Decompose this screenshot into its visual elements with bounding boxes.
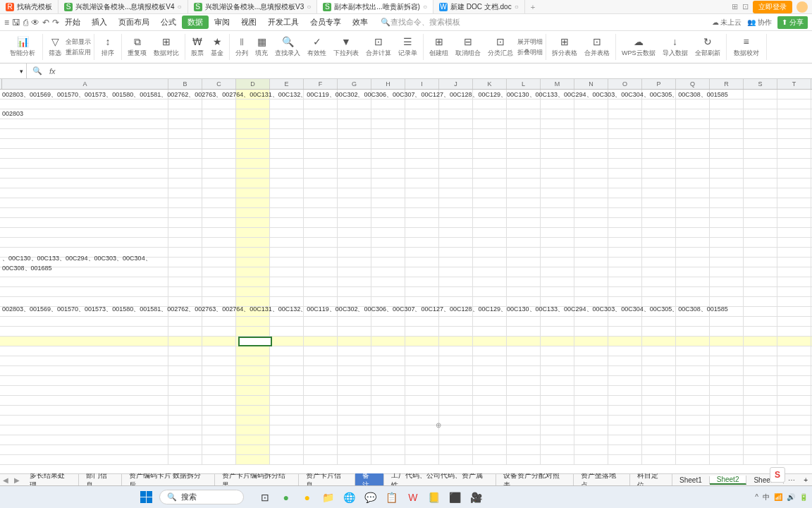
tab-doc3[interactable]: S副本副本找出...唯贵新拆容)○ [317, 0, 433, 13]
ribbon-fund[interactable]: ★基金 [208, 36, 226, 58]
ribbon-findinput[interactable]: 🔍查找录入 [272, 36, 303, 58]
undo-icon[interactable]: ↶ [42, 18, 49, 28]
col-header-c[interactable]: C [202, 79, 236, 89]
ribbon-stock[interactable]: ₩股票 [188, 36, 207, 58]
ribbon-record[interactable]: ☰记录单 [395, 36, 420, 58]
sheet-nav-next[interactable]: ▶ [11, 476, 23, 484]
menu-formula[interactable]: 公式 [155, 17, 182, 28]
task-icon[interactable]: ● [278, 489, 295, 506]
ribbon-cloud[interactable]: ☁WPS云数据 [619, 36, 658, 58]
ribbon-import[interactable]: ↓导入数据 [660, 36, 691, 58]
col-header-d[interactable]: D [236, 79, 270, 89]
login-button[interactable]: 立即登录 [753, 1, 792, 13]
ribbon-expand[interactable]: 展开明细 [517, 37, 543, 47]
preview-icon[interactable]: 👁 [31, 18, 39, 28]
task-icon[interactable]: 💬 [362, 489, 379, 506]
redo-icon[interactable]: ↷ [52, 18, 59, 28]
ribbon-splittable[interactable]: ⊞拆分表格 [549, 36, 580, 58]
col-header-t[interactable]: T [777, 79, 811, 89]
col-header-q[interactable]: Q [676, 79, 710, 89]
grid-body[interactable]: 002803、001569、001570、001573、001580、00158… [0, 90, 812, 473]
col-header-o[interactable]: O [608, 79, 642, 89]
task-icon[interactable]: 📒 [426, 489, 443, 506]
col-header-e[interactable]: E [270, 79, 304, 89]
ribbon-mergetable[interactable]: ⊡合并表格 [582, 36, 613, 58]
ribbon-refresh[interactable]: ↻全部刷新 [692, 36, 723, 58]
menu-view[interactable]: 视图 [235, 17, 262, 28]
ime-indicator[interactable]: S [770, 467, 785, 483]
ribbon-group-create[interactable]: ⊞创建组 [426, 36, 451, 58]
ribbon-validity[interactable]: ✓有效性 [304, 36, 329, 58]
tray-battery[interactable]: 🔋 [799, 493, 808, 501]
tab-doc4[interactable]: W新建 DOC 文档.doc○ [433, 0, 525, 13]
tray-wifi[interactable]: 📶 [774, 493, 782, 501]
command-search[interactable]: 🔍 查找命令、搜索模板 [381, 17, 460, 28]
col-header-l[interactable]: L [507, 79, 541, 89]
col-header-j[interactable]: J [439, 79, 473, 89]
menu-data[interactable]: 数据 [182, 16, 209, 29]
sheet-nav-prev[interactable]: ◀ [0, 476, 11, 484]
task-icon[interactable]: ⬛ [447, 489, 464, 506]
menu-layout[interactable]: 页面布局 [113, 17, 155, 28]
ribbon-subtotal[interactable]: ⊡分类汇总 [485, 36, 516, 58]
ribbon-group-cancel[interactable]: ⊟取消组合 [453, 36, 484, 58]
sheet-tab[interactable]: Sheet1 [672, 476, 710, 484]
ribbon-fill[interactable]: ▦填充 [252, 36, 271, 58]
tab-doc1[interactable]: S兴凯湖设备模块...息填报模板V4○ [59, 0, 188, 13]
ribbon-collapse[interactable]: 折叠明细 [517, 48, 543, 57]
menu-member[interactable]: 会员专享 [304, 17, 347, 28]
grid-icon[interactable]: ⊞ [732, 2, 738, 11]
tray-expand[interactable]: ^ [755, 493, 758, 501]
task-icon[interactable]: 🎥 [468, 489, 485, 506]
taskbar-search[interactable]: 🔍搜索 [159, 490, 244, 504]
apps-icon[interactable]: ⊡ [742, 2, 749, 11]
col-header-n[interactable]: N [574, 79, 608, 89]
ribbon-compare[interactable]: ⊞数据对比 [151, 36, 182, 58]
active-cell[interactable] [238, 337, 272, 346]
col-header-r[interactable]: R [710, 79, 744, 89]
menu-review[interactable]: 审阅 [209, 17, 235, 28]
task-icon[interactable]: ⊡ [257, 489, 273, 506]
close-icon[interactable]: ○ [423, 3, 427, 11]
task-icon[interactable]: 🌐 [341, 489, 358, 506]
ribbon-dropdown[interactable]: ▼下拉列表 [331, 36, 362, 58]
tab-doc2[interactable]: S兴凯湖设备模块...息填报模板V3○ [188, 0, 318, 13]
ribbon-analysis[interactable]: 📊智能分析 [7, 36, 38, 58]
print-icon[interactable]: ⎙ [23, 18, 28, 28]
tray-ime[interactable]: 中 [763, 492, 770, 502]
new-tab-button[interactable]: + [525, 3, 541, 11]
col-header-k[interactable]: K [473, 79, 507, 89]
fx-label[interactable]: fx [49, 67, 56, 75]
ribbon-proofread[interactable]: ≡数据校对 [731, 36, 762, 58]
menu-start[interactable]: 开始 [59, 17, 86, 28]
col-header-b[interactable]: B [168, 79, 202, 89]
menu-efficiency[interactable]: 效率 [347, 17, 374, 28]
col-header-m[interactable]: M [541, 79, 574, 89]
col-header-i[interactable]: I [405, 79, 439, 89]
spreadsheet-grid[interactable]: A B C D E F G H I J K L M N O P Q R S T … [0, 79, 812, 473]
sheet-tab-active[interactable]: Sheet2 [710, 476, 747, 485]
share-button[interactable]: ⬆ 分享 [777, 16, 808, 29]
start-button[interactable] [140, 490, 154, 504]
ribbon-dup[interactable]: ⧉重复项 [125, 36, 149, 58]
ribbon-merge[interactable]: ⊡合并计算 [363, 36, 394, 58]
ribbon-showall[interactable]: 全部显示 [66, 37, 91, 47]
col-header-a[interactable]: A [2, 79, 168, 89]
ribbon-reapply[interactable]: 重新应用 [66, 48, 91, 57]
zoom-icon[interactable]: 🔍 [32, 66, 42, 75]
col-header-p[interactable]: P [642, 79, 676, 89]
close-icon[interactable]: ○ [178, 3, 182, 11]
tab-template[interactable]: R找稿壳模板 [0, 0, 59, 13]
task-icon[interactable]: ● [299, 489, 316, 506]
col-header-s[interactable]: S [744, 79, 777, 89]
task-icon[interactable]: 📋 [383, 489, 400, 506]
name-box[interactable]: ▾ [0, 64, 27, 78]
menu-insert[interactable]: 插入 [86, 17, 113, 28]
sheet-add[interactable]: + [799, 476, 812, 484]
cloud-status[interactable]: ☁ 未上云 [712, 18, 742, 28]
menu-devtools[interactable]: 开发工具 [262, 17, 304, 28]
task-icon[interactable]: 📁 [320, 489, 337, 506]
save-icon[interactable]: 🖫 [12, 18, 20, 28]
user-avatar[interactable] [796, 1, 808, 13]
col-header-h[interactable]: H [371, 79, 405, 89]
